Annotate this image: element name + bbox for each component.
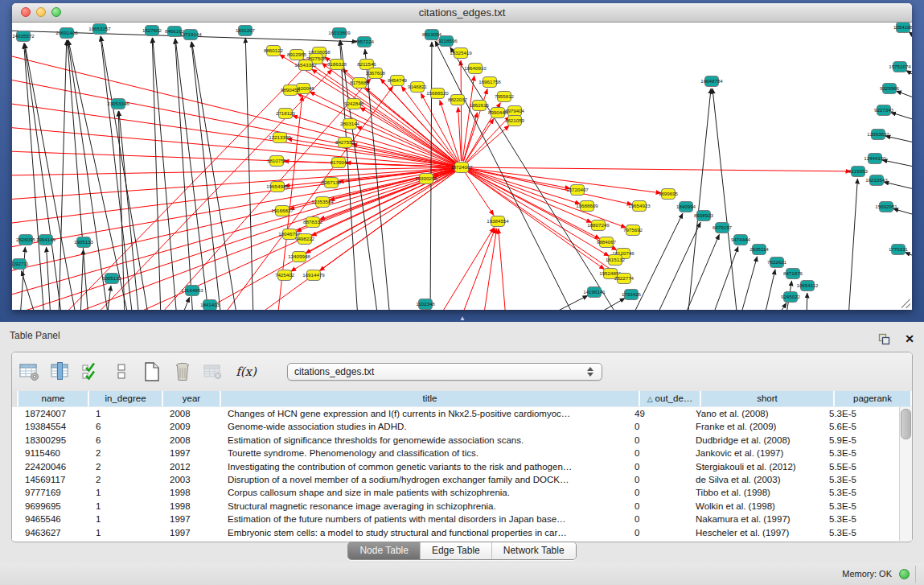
table-settings-icon[interactable]: [18, 361, 41, 382]
graph-node[interactable]: 1770331: [889, 245, 909, 255]
graph-node[interactable]: 10719144: [179, 30, 202, 40]
graph-node[interactable]: 10688609: [576, 201, 598, 212]
cell-year[interactable]: 1997: [163, 447, 221, 459]
graph-node[interactable]: 2935114: [749, 245, 769, 255]
graph-node[interactable]: 16961758: [478, 77, 501, 88]
cell-in_degree[interactable]: 1: [89, 407, 163, 420]
table-row[interactable]: 2242004622012Investigating the contribut…: [12, 460, 900, 473]
graph-node[interactable]: 12409948: [288, 252, 310, 262]
graph-node[interactable]: 18325419: [450, 48, 472, 59]
graph-node[interactable]: 10653257: [88, 24, 111, 35]
cell-in_degree[interactable]: 1: [89, 486, 163, 499]
table-row[interactable]: 1830029562008Estimation of significance …: [12, 434, 900, 447]
network-graph-svg[interactable]: 1872400788601228912955182260589827508818…: [12, 23, 912, 310]
cell-short[interactable]: Stergiakouli et al. (2012): [689, 460, 823, 473]
cell-gutter[interactable]: [12, 460, 18, 473]
graph-node[interactable]: 7632621: [767, 257, 787, 268]
cell-year[interactable]: 1997: [163, 526, 221, 539]
graph-node[interactable]: 18807249: [587, 220, 610, 231]
cell-gutter[interactable]: [12, 526, 18, 539]
graph-node[interactable]: 2718120: [276, 109, 296, 119]
cell-year[interactable]: 2008: [163, 434, 221, 447]
graph-node[interactable]: 7975692: [623, 225, 643, 236]
graph-node[interactable]: 9498222: [295, 234, 315, 245]
cell-name[interactable]: 18300295: [18, 434, 89, 447]
cell-pagerank[interactable]: 5.9E-5: [823, 434, 900, 447]
cell-name[interactable]: 9777169: [18, 486, 89, 499]
graph-node[interactable]: 16543382: [294, 60, 317, 71]
graph-node[interactable]: 5005137: [102, 274, 122, 284]
cell-title[interactable]: Estimation of significance thresholds fo…: [221, 434, 628, 447]
graph-node[interactable]: 8878332: [303, 217, 323, 228]
graph-node[interactable]: 8192711: [12, 259, 29, 270]
cell-out_degree[interactable]: 0: [628, 473, 689, 486]
cell-title[interactable]: Disruption of a novel member of a sodium…: [221, 473, 628, 486]
graph-node[interactable]: 1054188: [893, 23, 912, 33]
graph-node[interactable]: 19218596: [435, 36, 458, 47]
graph-node[interactable]: 9227343: [874, 105, 894, 116]
cell-year[interactable]: 1998: [163, 500, 221, 513]
cell-out_degree[interactable]: 0: [628, 434, 689, 447]
cell-name[interactable]: 9465546: [18, 513, 89, 525]
graph-node[interactable]: 12444150: [864, 154, 886, 164]
graph-node[interactable]: 12213399: [269, 133, 291, 143]
graph-node[interactable]: 8912955: [287, 50, 307, 60]
cell-out_degree[interactable]: 0: [628, 460, 689, 473]
graph-node[interactable]: 1810755: [267, 156, 287, 167]
cell-year[interactable]: 1997: [163, 513, 221, 525]
graph-node[interactable]: 8215953: [848, 167, 869, 177]
cell-gutter[interactable]: [12, 447, 18, 459]
cell-pagerank[interactable]: 5.3E-5: [823, 447, 900, 459]
graph-node[interactable]: 16210643: [865, 175, 888, 186]
cell-pagerank[interactable]: 5.6E-5: [823, 420, 900, 433]
deselect-all-icon[interactable]: [110, 361, 133, 382]
cell-out_degree[interactable]: 0: [628, 420, 689, 433]
cell-out_degree[interactable]: 49: [628, 407, 689, 420]
cell-short[interactable]: Dudbridge et al. (2008): [689, 434, 823, 447]
graph-node[interactable]: 15720407: [566, 185, 589, 196]
graph-node[interactable]: 9329966: [880, 84, 900, 94]
graph-node[interactable]: 8471876: [783, 269, 803, 279]
cell-out_degree[interactable]: 0: [628, 447, 689, 459]
graph-node[interactable]: 1841403: [200, 300, 220, 311]
graph-node[interactable]: 9884067: [597, 237, 617, 248]
cell-in_degree[interactable]: 2: [89, 460, 163, 473]
network-window-titlebar[interactable]: citations_edges.txt: [12, 3, 912, 23]
cell-name[interactable]: 22420046: [18, 460, 89, 473]
cell-short[interactable]: Wolkin et al. (1998): [689, 500, 823, 513]
graph-node[interactable]: 16033809: [328, 28, 351, 39]
cell-out_degree[interactable]: 0: [628, 486, 689, 499]
cell-gutter[interactable]: [12, 420, 18, 433]
cell-title[interactable]: Investigating the contribution of common…: [221, 460, 628, 473]
cell-year[interactable]: 2009: [163, 420, 221, 433]
cell-name[interactable]: 19384554: [18, 420, 89, 433]
graph-node[interactable]: 8938923: [694, 211, 714, 221]
graph-node[interactable]: 8175685: [350, 78, 370, 89]
graph-node[interactable]: 2803144: [340, 119, 360, 130]
cell-year[interactable]: 2012: [163, 460, 221, 473]
graph-node[interactable]: 15751074: [889, 62, 911, 72]
graph-node[interactable]: 2367608: [366, 68, 386, 79]
graph-node[interactable]: 817004: [331, 158, 347, 168]
cell-pagerank[interactable]: 5.5E-5: [823, 460, 900, 473]
close-panel-icon[interactable]: ✕: [905, 332, 914, 345]
table-row[interactable]: 946554611997Estimation of the future num…: [12, 513, 900, 525]
scrollbar-thumb[interactable]: [901, 409, 911, 439]
graph-node[interactable]: 1905133: [74, 237, 94, 248]
column-header-title[interactable]: title: [221, 391, 640, 406]
cell-pagerank[interactable]: 5.3E-5: [823, 407, 900, 420]
graph-node[interactable]: 16914479: [302, 270, 325, 281]
network-canvas[interactable]: 1872400788601228912955182260589827508818…: [12, 23, 912, 310]
panel-splitter-handle[interactable]: ▲: [457, 315, 468, 321]
cell-gutter[interactable]: [12, 473, 18, 486]
graph-node[interactable]: 1621059: [505, 116, 525, 126]
cell-gutter[interactable]: [12, 486, 18, 499]
graph-node[interactable]: 8267130: [322, 178, 342, 188]
cell-short[interactable]: Tibbo et al. (1998): [689, 486, 823, 499]
graph-node[interactable]: 1102348: [416, 299, 435, 310]
graph-node[interactable]: 10654112: [796, 281, 819, 291]
graph-node[interactable]: 8454749: [388, 76, 408, 86]
graph-node[interactable]: 12353584: [311, 197, 334, 208]
cell-in_degree[interactable]: 1: [89, 500, 163, 513]
graph-node[interactable]: 24035572: [12, 31, 35, 42]
